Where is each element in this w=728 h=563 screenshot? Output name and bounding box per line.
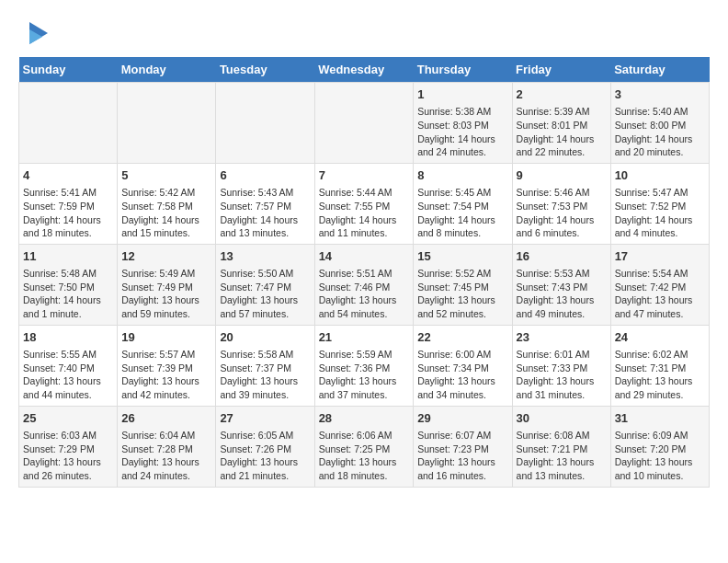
day-content: Sunrise: 6:09 AMSunset: 7:20 PMDaylight:…	[615, 429, 705, 483]
calendar-cell: 11Sunrise: 5:48 AMSunset: 7:50 PMDayligh…	[19, 244, 118, 325]
day-number: 28	[319, 410, 410, 427]
calendar-cell: 4Sunrise: 5:41 AMSunset: 7:59 PMDaylight…	[19, 163, 118, 244]
day-header-friday: Friday	[512, 57, 610, 83]
day-content: Sunrise: 5:43 AMSunset: 7:57 PMDaylight:…	[220, 186, 310, 240]
day-number: 31	[615, 410, 705, 427]
day-number: 22	[417, 329, 507, 346]
calendar-cell: 13Sunrise: 5:50 AMSunset: 7:47 PMDayligh…	[216, 244, 314, 325]
calendar-cell	[118, 83, 216, 164]
calendar-cell: 8Sunrise: 5:45 AMSunset: 7:54 PMDaylight…	[414, 163, 512, 244]
day-header-sunday: Sunday	[19, 57, 118, 83]
day-number: 10	[615, 167, 705, 184]
day-content: Sunrise: 5:38 AMSunset: 8:03 PMDaylight:…	[417, 105, 507, 159]
day-number: 18	[23, 329, 113, 346]
day-header-tuesday: Tuesday	[216, 57, 314, 83]
calendar-cell: 16Sunrise: 5:53 AMSunset: 7:43 PMDayligh…	[512, 244, 610, 325]
calendar-cell: 22Sunrise: 6:00 AMSunset: 7:34 PMDayligh…	[414, 325, 512, 406]
calendar-cell: 31Sunrise: 6:09 AMSunset: 7:20 PMDayligh…	[610, 406, 709, 487]
day-content: Sunrise: 5:39 AMSunset: 8:01 PMDaylight:…	[517, 105, 607, 159]
day-content: Sunrise: 6:01 AMSunset: 7:33 PMDaylight:…	[517, 348, 607, 402]
calendar-cell: 27Sunrise: 6:05 AMSunset: 7:26 PMDayligh…	[216, 406, 314, 487]
day-content: Sunrise: 5:49 AMSunset: 7:49 PMDaylight:…	[121, 267, 211, 321]
day-content: Sunrise: 5:54 AMSunset: 7:42 PMDaylight:…	[615, 267, 705, 321]
calendar-cell: 17Sunrise: 5:54 AMSunset: 7:42 PMDayligh…	[610, 244, 709, 325]
day-number: 19	[121, 329, 211, 346]
day-number: 21	[319, 329, 410, 346]
day-number: 16	[517, 248, 607, 265]
day-content: Sunrise: 5:53 AMSunset: 7:43 PMDaylight:…	[517, 267, 607, 321]
day-number: 1	[417, 86, 507, 103]
calendar-body: 1Sunrise: 5:38 AMSunset: 8:03 PMDaylight…	[19, 83, 710, 488]
day-number: 6	[220, 167, 310, 184]
day-content: Sunrise: 5:55 AMSunset: 7:40 PMDaylight:…	[23, 348, 113, 402]
day-content: Sunrise: 5:47 AMSunset: 7:52 PMDaylight:…	[615, 186, 705, 240]
day-content: Sunrise: 5:40 AMSunset: 8:00 PMDaylight:…	[615, 105, 705, 159]
day-number: 23	[517, 329, 607, 346]
day-content: Sunrise: 6:06 AMSunset: 7:25 PMDaylight:…	[319, 429, 410, 483]
calendar-week-1: 1Sunrise: 5:38 AMSunset: 8:03 PMDaylight…	[19, 83, 710, 164]
day-content: Sunrise: 6:05 AMSunset: 7:26 PMDaylight:…	[220, 429, 310, 483]
day-number: 3	[615, 86, 705, 103]
day-header-thursday: Thursday	[414, 57, 512, 83]
calendar-cell: 28Sunrise: 6:06 AMSunset: 7:25 PMDayligh…	[314, 406, 414, 487]
day-number: 4	[23, 167, 113, 184]
day-number: 25	[23, 410, 113, 427]
calendar-week-2: 4Sunrise: 5:41 AMSunset: 7:59 PMDaylight…	[19, 163, 710, 244]
page-header	[18, 18, 710, 48]
calendar-cell: 26Sunrise: 6:04 AMSunset: 7:28 PMDayligh…	[118, 406, 216, 487]
calendar-cell: 1Sunrise: 5:38 AMSunset: 8:03 PMDaylight…	[414, 83, 512, 164]
day-number: 30	[517, 410, 607, 427]
day-content: Sunrise: 5:57 AMSunset: 7:39 PMDaylight:…	[121, 348, 211, 402]
calendar-cell: 3Sunrise: 5:40 AMSunset: 8:00 PMDaylight…	[610, 83, 709, 164]
day-number: 27	[220, 410, 310, 427]
calendar-cell: 10Sunrise: 5:47 AMSunset: 7:52 PMDayligh…	[610, 163, 709, 244]
calendar-cell: 23Sunrise: 6:01 AMSunset: 7:33 PMDayligh…	[512, 325, 610, 406]
day-content: Sunrise: 5:42 AMSunset: 7:58 PMDaylight:…	[121, 186, 211, 240]
calendar-cell: 5Sunrise: 5:42 AMSunset: 7:58 PMDaylight…	[118, 163, 216, 244]
day-number: 26	[121, 410, 211, 427]
calendar-week-4: 18Sunrise: 5:55 AMSunset: 7:40 PMDayligh…	[19, 325, 710, 406]
day-content: Sunrise: 5:51 AMSunset: 7:46 PMDaylight:…	[319, 267, 410, 321]
day-number: 20	[220, 329, 310, 346]
day-content: Sunrise: 6:08 AMSunset: 7:21 PMDaylight:…	[517, 429, 607, 483]
day-content: Sunrise: 5:41 AMSunset: 7:59 PMDaylight:…	[23, 186, 113, 240]
day-number: 2	[517, 86, 607, 103]
calendar-cell: 14Sunrise: 5:51 AMSunset: 7:46 PMDayligh…	[314, 244, 414, 325]
day-content: Sunrise: 6:07 AMSunset: 7:23 PMDaylight:…	[417, 429, 507, 483]
day-number: 11	[23, 248, 113, 265]
calendar-cell: 19Sunrise: 5:57 AMSunset: 7:39 PMDayligh…	[118, 325, 216, 406]
day-header-monday: Monday	[118, 57, 216, 83]
day-content: Sunrise: 6:02 AMSunset: 7:31 PMDaylight:…	[615, 348, 705, 402]
day-content: Sunrise: 5:45 AMSunset: 7:54 PMDaylight:…	[417, 186, 507, 240]
calendar-cell	[216, 83, 314, 164]
day-content: Sunrise: 6:03 AMSunset: 7:29 PMDaylight:…	[23, 429, 113, 483]
calendar-cell: 20Sunrise: 5:58 AMSunset: 7:37 PMDayligh…	[216, 325, 314, 406]
day-content: Sunrise: 5:48 AMSunset: 7:50 PMDaylight:…	[23, 267, 113, 321]
day-header-wednesday: Wednesday	[314, 57, 414, 83]
calendar-cell: 29Sunrise: 6:07 AMSunset: 7:23 PMDayligh…	[414, 406, 512, 487]
calendar-header-row: SundayMondayTuesdayWednesdayThursdayFrid…	[19, 57, 710, 83]
day-number: 15	[417, 248, 507, 265]
calendar-week-5: 25Sunrise: 6:03 AMSunset: 7:29 PMDayligh…	[19, 406, 710, 487]
calendar-cell: 18Sunrise: 5:55 AMSunset: 7:40 PMDayligh…	[19, 325, 118, 406]
day-number: 7	[319, 167, 410, 184]
day-number: 17	[615, 248, 705, 265]
logo	[18, 18, 51, 48]
calendar-cell: 2Sunrise: 5:39 AMSunset: 8:01 PMDaylight…	[512, 83, 610, 164]
calendar-cell: 12Sunrise: 5:49 AMSunset: 7:49 PMDayligh…	[118, 244, 216, 325]
day-header-saturday: Saturday	[610, 57, 709, 83]
day-number: 13	[220, 248, 310, 265]
day-content: Sunrise: 5:52 AMSunset: 7:45 PMDaylight:…	[417, 267, 507, 321]
calendar-cell	[19, 83, 118, 164]
day-content: Sunrise: 5:46 AMSunset: 7:53 PMDaylight:…	[517, 186, 607, 240]
calendar-cell: 24Sunrise: 6:02 AMSunset: 7:31 PMDayligh…	[610, 325, 709, 406]
day-content: Sunrise: 5:44 AMSunset: 7:55 PMDaylight:…	[319, 186, 410, 240]
calendar-cell: 9Sunrise: 5:46 AMSunset: 7:53 PMDaylight…	[512, 163, 610, 244]
calendar-cell: 15Sunrise: 5:52 AMSunset: 7:45 PMDayligh…	[414, 244, 512, 325]
day-number: 9	[517, 167, 607, 184]
calendar-cell: 6Sunrise: 5:43 AMSunset: 7:57 PMDaylight…	[216, 163, 314, 244]
day-number: 24	[615, 329, 705, 346]
calendar-cell: 21Sunrise: 5:59 AMSunset: 7:36 PMDayligh…	[314, 325, 414, 406]
calendar-cell: 25Sunrise: 6:03 AMSunset: 7:29 PMDayligh…	[19, 406, 118, 487]
day-number: 12	[121, 248, 211, 265]
